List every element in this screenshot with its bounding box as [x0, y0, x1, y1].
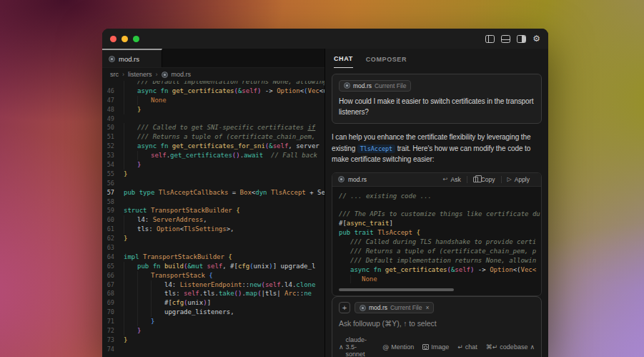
context-file-chip[interactable]: mod.rs Current File [339, 80, 411, 92]
code-line: 67l4: ListenerEndpoint::new(self.l4.clon… [102, 280, 325, 290]
reply-arrow-icon: ↩ [443, 176, 448, 182]
close-window-button[interactable] [110, 36, 117, 42]
line-number: 56 [102, 179, 124, 188]
tab-composer[interactable]: COMPOSER [366, 56, 407, 68]
line-number: 64 [102, 253, 124, 262]
window-controls [110, 36, 139, 42]
image-button[interactable]: Image [422, 343, 449, 351]
code-line: 72} [102, 326, 325, 336]
editor-pane: mod.rs src › listeners › mod.rs /// Defa… [102, 49, 325, 357]
code-line: 54} [102, 160, 325, 170]
chat-panel: CHAT COMPOSER mod.rs Current File How co… [325, 49, 548, 357]
code-line: 55} [102, 170, 325, 179]
code-line: 70upgrade_listeners, [102, 308, 325, 317]
toggle-bottom-panel-icon[interactable] [501, 35, 510, 43]
line-number: 72 [102, 326, 124, 336]
editor-tab-bar: mod.rs [102, 49, 325, 68]
chevron-up-icon: ∧ [530, 343, 535, 351]
horizontal-scrollbar[interactable] [339, 288, 454, 291]
toggle-left-panel-icon[interactable] [485, 35, 495, 43]
line-number: 53 [102, 151, 124, 160]
code-line: pub trait TlsAccept { [339, 228, 541, 238]
line-number: 69 [102, 298, 124, 308]
code-line: 57pub type TlsAcceptCallbacks = Box<dyn … [102, 188, 325, 197]
line-number: 57 [102, 188, 124, 197]
copy-icon [473, 177, 478, 182]
rust-file-icon [360, 305, 366, 311]
line-number: 48 [102, 105, 124, 114]
input-toolbar: ∧ claude-3.5-sonnet @ Mention Image [339, 336, 535, 357]
rust-file-icon [162, 72, 168, 78]
send-chat-button[interactable]: ↵ chat [457, 343, 477, 351]
line-number: 61 [102, 225, 124, 234]
tab-chat[interactable]: CHAT [334, 55, 353, 68]
title-bar[interactable]: ⚙ [102, 29, 548, 49]
line-number: 68 [102, 289, 124, 298]
remove-context-icon[interactable]: × [425, 304, 429, 311]
send-codebase-button[interactable]: ⌘↵ codebase ∧ [486, 343, 535, 351]
code-line: 65pub fn build(&mut self, #[cfg(unix)] u… [102, 262, 325, 271]
line-number: 74 [102, 345, 124, 354]
chat-input-card[interactable]: + mod.rs Current File × Ask followup (⌘Y… [332, 296, 542, 357]
line-number: 54 [102, 160, 124, 170]
breadcrumb-listeners[interactable]: listeners [128, 71, 152, 78]
code-line: 62} [102, 234, 325, 243]
breadcrumb: src › listeners › mod.rs [102, 68, 325, 81]
minimize-window-button[interactable] [122, 36, 128, 42]
code-line: 58 [102, 197, 325, 207]
toggle-right-panel-icon[interactable] [517, 35, 526, 43]
code-line: /// Default implementation returns None,… [339, 256, 541, 265]
code-line: 47None [102, 96, 325, 105]
code-line: /// The APIs to customize things like ce… [339, 210, 541, 219]
chat-code-block: mod.rs ↩ Ask Copy [332, 172, 542, 297]
tab-mod-rs[interactable]: mod.rs [102, 49, 162, 67]
code-line: 64impl TransportStackBuilder { [102, 253, 325, 262]
line-number: 47 [102, 96, 124, 105]
model-selector[interactable]: ∧ claude-3.5-sonnet [339, 336, 374, 357]
code-line: 48} [102, 105, 325, 114]
ask-button[interactable]: ↩ Ask [437, 176, 467, 183]
tab-label: mod.rs [119, 55, 139, 63]
code-line: 71} [102, 317, 325, 326]
code-editor[interactable]: /// Default implementation returns None,… [102, 81, 325, 357]
line-number: 55 [102, 170, 124, 179]
settings-gear-icon[interactable]: ⚙ [532, 34, 540, 43]
play-icon: ▷ [507, 176, 512, 182]
line-number: 63 [102, 243, 124, 253]
code-block-body: // ... existing code .../// The APIs to … [332, 187, 541, 285]
breadcrumb-file[interactable]: mod.rs [172, 71, 192, 78]
line-number: 71 [102, 317, 124, 326]
line-number: 66 [102, 271, 124, 280]
chip-badge: Current File [390, 304, 422, 311]
add-context-button[interactable]: + [339, 302, 350, 313]
line-number: 67 [102, 280, 124, 290]
chat-scroll-area: mod.rs Current File How could I make it … [325, 68, 548, 357]
at-icon: @ [382, 343, 389, 351]
chevron-right-icon: › [156, 71, 158, 78]
line-number [102, 81, 124, 87]
context-file-chip[interactable]: mod.rs Current File × [355, 302, 434, 313]
code-line: 73} [102, 336, 325, 345]
code-line: 69#[cfg(unix)] [102, 298, 325, 308]
line-number: 59 [102, 206, 124, 215]
apply-button[interactable]: ▷ Apply [501, 176, 535, 183]
chat-input-placeholder[interactable]: Ask followup (⌘Y), ↑ to select [339, 319, 535, 328]
code-line: 49 [102, 114, 325, 124]
code-line: 53self.get_certificates().await // Fall … [102, 151, 325, 160]
mention-button[interactable]: @ Mention [382, 343, 414, 351]
line-number: 70 [102, 308, 124, 317]
rust-file-icon [338, 176, 345, 182]
breadcrumb-src[interactable]: src [110, 71, 119, 78]
zoom-window-button[interactable] [133, 36, 139, 42]
code-line: 63 [102, 243, 325, 253]
code-block-file: mod.rs [338, 176, 367, 183]
copy-button[interactable]: Copy [467, 176, 501, 183]
line-number: 49 [102, 114, 124, 124]
code-line: 74 [102, 345, 325, 354]
rust-file-icon [109, 56, 115, 62]
assistant-message-text: I can help you enhance the certificate f… [332, 132, 542, 165]
code-line: /// Called during TLS handshake to provi… [339, 238, 541, 247]
code-line: 66TransportStack { [102, 271, 325, 280]
code-line: async fn get_certificates(&self) -> Opti… [339, 265, 541, 275]
chevron-right-icon: › [122, 71, 124, 78]
